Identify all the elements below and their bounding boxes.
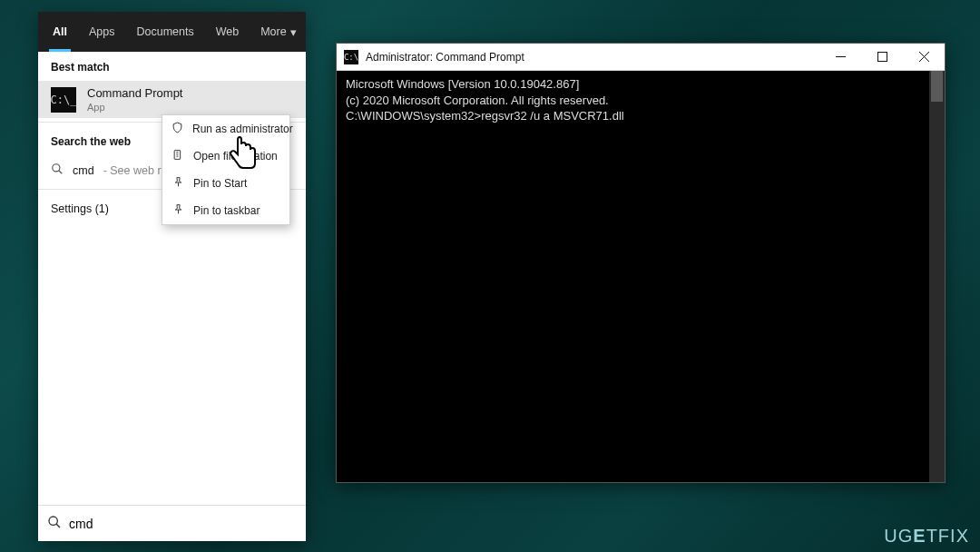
svg-point-2 — [49, 517, 57, 525]
window-title: Administrator: Command Prompt — [366, 51, 524, 64]
tab-apps[interactable]: Apps — [78, 12, 126, 52]
cm-label: Run as administrator — [192, 123, 293, 135]
cm-open-file-location[interactable]: Open file location — [162, 143, 289, 170]
cm-run-as-administrator[interactable]: Run as administrator — [162, 115, 289, 143]
window-controls — [819, 44, 945, 70]
scrollbar-thumb[interactable] — [931, 71, 943, 102]
tab-documents[interactable]: Documents — [125, 12, 204, 52]
close-button[interactable] — [903, 44, 945, 70]
svg-rect-4 — [174, 151, 181, 160]
folder-icon — [172, 149, 184, 163]
command-prompt-icon: C:\ — [344, 50, 358, 64]
context-menu: Run as administrator Open file location … — [162, 114, 290, 225]
search-input[interactable] — [69, 517, 297, 531]
result-text: Command Prompt App — [87, 86, 182, 113]
result-command-prompt[interactable]: C:\_ Command Prompt App — [38, 81, 306, 118]
result-subtitle: App — [87, 102, 182, 113]
scrollbar[interactable] — [929, 71, 945, 482]
pin-icon — [172, 176, 184, 191]
search-input-bar — [38, 505, 306, 541]
cm-label: Pin to taskbar — [193, 204, 260, 217]
terminal-line: (c) 2020 Microsoft Corporation. All righ… — [346, 93, 936, 109]
cm-label: Pin to Start — [193, 177, 247, 190]
search-icon — [51, 163, 64, 178]
tab-all[interactable]: All — [42, 12, 78, 52]
pin-icon — [172, 203, 184, 218]
watermark: UGETFIX — [884, 526, 969, 547]
web-query-text: cmd — [73, 164, 94, 177]
svg-rect-6 — [877, 53, 887, 62]
minimize-button[interactable] — [819, 44, 861, 70]
titlebar[interactable]: C:\ Administrator: Command Prompt — [337, 44, 945, 71]
shield-icon — [172, 122, 183, 136]
terminal-line: C:\WINDOWS\system32>regsvr32 /u a MSVCR7… — [346, 108, 936, 124]
tab-web[interactable]: Web — [205, 12, 250, 52]
terminal-body[interactable]: Microsoft Windows [Version 10.0.19042.86… — [337, 71, 945, 482]
command-prompt-icon: C:\_ — [51, 87, 76, 113]
search-icon — [47, 515, 62, 533]
cm-pin-to-taskbar[interactable]: Pin to taskbar — [162, 197, 289, 224]
svg-line-1 — [59, 171, 63, 174]
chevron-down-icon: ▾ — [290, 25, 297, 39]
best-match-label: Best match — [38, 52, 306, 81]
terminal-line: Microsoft Windows [Version 10.0.19042.86… — [346, 76, 936, 93]
search-tabs: All Apps Documents Web More ▾ — [38, 12, 306, 52]
result-title: Command Prompt — [87, 86, 182, 100]
maximize-button[interactable] — [861, 44, 903, 70]
cm-pin-to-start[interactable]: Pin to Start — [162, 170, 289, 197]
svg-point-0 — [53, 164, 60, 172]
start-search-panel: All Apps Documents Web More ▾ Best match… — [38, 12, 306, 541]
command-prompt-window: C:\ Administrator: Command Prompt Micros… — [336, 43, 946, 483]
cm-label: Open file location — [193, 150, 278, 163]
tab-more[interactable]: More ▾ — [250, 12, 307, 52]
svg-line-3 — [56, 524, 60, 527]
